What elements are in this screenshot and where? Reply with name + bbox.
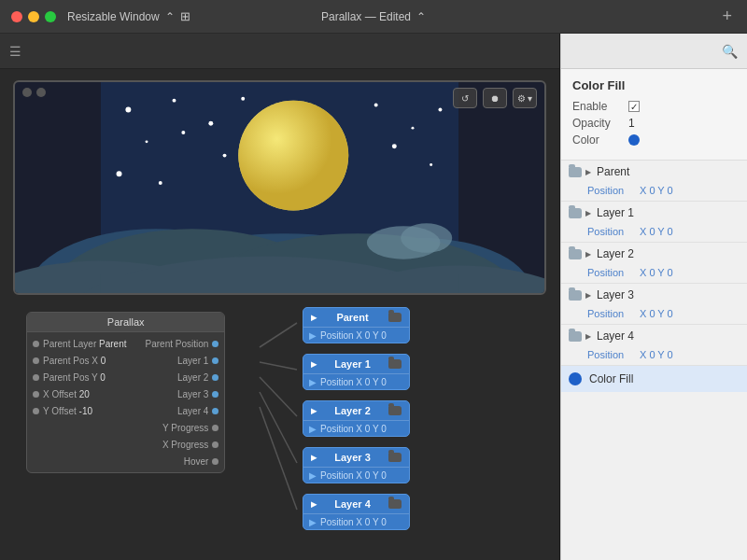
close-button[interactable] bbox=[11, 11, 22, 22]
window-title: Resizable Window bbox=[67, 10, 160, 23]
svg-rect-25 bbox=[101, 274, 458, 293]
layer4-node-triangle: ▶ bbox=[311, 500, 317, 509]
layer4-folder-icon bbox=[388, 499, 402, 509]
inspector-opacity-value: 1 bbox=[628, 117, 635, 130]
layer4-position-label: Position bbox=[587, 349, 636, 360]
output-hover: Hover bbox=[184, 454, 219, 469]
layer3-node-title: ▶ Layer 3 bbox=[303, 448, 409, 468]
settings-button[interactable]: ⚙ ▾ bbox=[513, 88, 537, 108]
record-button[interactable]: ⏺ bbox=[483, 88, 507, 108]
enable-checkbox[interactable]: ✓ bbox=[628, 101, 640, 112]
patch-inputs: Parent Layer Parent Parent Pos X 0 Paren… bbox=[33, 336, 127, 469]
layer2-position-value: X 0 Y 0 bbox=[640, 267, 673, 278]
layer4-position-value: X 0 Y 0 bbox=[640, 349, 673, 360]
layer4-folder-icon-list bbox=[569, 331, 582, 342]
parallax-patch-node[interactable]: Parallax Parent Layer Parent Parent Pos … bbox=[26, 312, 225, 473]
port-dot-out bbox=[212, 441, 218, 448]
input-x-offset: X Offset 20 bbox=[33, 386, 127, 401]
output-layer2: Layer 2 bbox=[177, 370, 218, 385]
inspector-opacity-label: Opacity bbox=[572, 117, 628, 130]
parent-blue-node[interactable]: ▶ Parent ▶ Position X 0 Y 0 bbox=[303, 307, 410, 343]
layer2-position-label: Position bbox=[587, 267, 636, 278]
layer4-node-label: Layer 4 bbox=[334, 498, 371, 510]
add-tab-button[interactable]: + bbox=[718, 7, 736, 26]
layer-header-layer2: ▶ Layer 2 bbox=[561, 243, 747, 265]
layer1-blue-node[interactable]: ▶ Layer 1 ▶ Position X 0 Y 0 bbox=[303, 354, 410, 390]
output-layer1: Layer 1 bbox=[177, 353, 218, 368]
maximize-button[interactable] bbox=[45, 11, 56, 22]
layer1-node-title: ▶ Layer 1 bbox=[303, 355, 409, 374]
layer3-position-value: X 0 Y 0 bbox=[640, 308, 673, 319]
parent-position-dot: ▶ bbox=[309, 330, 317, 341]
right-toolbar: 🔍 bbox=[561, 34, 747, 69]
layer2-folder-icon bbox=[388, 406, 402, 415]
layer-item-layer3[interactable]: ▶ Layer 3 Position X 0 Y 0 bbox=[561, 284, 747, 325]
window-title-group: Resizable Window ⌃ ⊞ bbox=[67, 9, 190, 23]
layer4-name: Layer 4 bbox=[597, 329, 740, 343]
layer3-folder-icon bbox=[388, 453, 402, 462]
inspector-title: Color Fill bbox=[572, 78, 736, 92]
layer4-position-dot: ▶ bbox=[309, 517, 317, 527]
input-parent-layer: Parent Layer Parent bbox=[33, 336, 127, 351]
parent-node-title: ▶ Parent bbox=[303, 308, 409, 328]
titlebar: Resizable Window ⌃ ⊞ Parallax — Edited ⌃… bbox=[0, 0, 747, 34]
color-fill-item[interactable]: Color Fill bbox=[561, 366, 747, 392]
layout-icon: ⊞ bbox=[180, 9, 190, 23]
layer2-blue-node[interactable]: ▶ Layer 2 ▶ Position X 0 Y 0 bbox=[303, 400, 410, 437]
layer-item-layer2[interactable]: ▶ Layer 2 Position X 0 Y 0 bbox=[561, 243, 747, 284]
port-dot-out bbox=[212, 391, 218, 398]
port-dot bbox=[33, 391, 39, 398]
layer-item-parent[interactable]: ▶ Parent Position X 0 Y 0 bbox=[561, 161, 747, 202]
left-panel: ☰ ↺ ⏺ ⚙ ▾ bbox=[0, 34, 560, 560]
svg-point-13 bbox=[412, 127, 415, 130]
port-dot-out bbox=[212, 357, 218, 364]
canvas-traffic-lights bbox=[22, 88, 46, 97]
color-fill-dot bbox=[569, 372, 582, 385]
inspector-color-swatch[interactable] bbox=[628, 134, 640, 146]
parent-layer-name: Parent bbox=[597, 165, 740, 178]
layer1-position-dot: ▶ bbox=[309, 377, 317, 387]
tab-title: Parallax — Edited ⌃ bbox=[321, 10, 426, 23]
layer3-blue-node[interactable]: ▶ Layer 3 ▶ Position X 0 Y 0 bbox=[303, 447, 410, 483]
port-dot-out bbox=[212, 408, 218, 414]
parent-folder-icon bbox=[388, 313, 402, 322]
layer4-triangle: ▶ bbox=[585, 332, 591, 341]
layer-header-parent: ▶ Parent bbox=[561, 161, 747, 183]
layer4-blue-node[interactable]: ▶ Layer 4 ▶ Position X 0 Y 0 bbox=[303, 494, 410, 530]
search-button[interactable]: 🔍 bbox=[722, 44, 738, 59]
inspector-enable-row: Enable ✓ bbox=[572, 100, 736, 113]
port-dot bbox=[33, 341, 39, 347]
svg-point-4 bbox=[173, 99, 176, 103]
output-parent-position: Parent Position bbox=[146, 336, 219, 351]
layer3-triangle: ▶ bbox=[585, 291, 591, 300]
layer2-name: Layer 2 bbox=[597, 247, 740, 260]
parent-node-label: Parent bbox=[336, 312, 368, 323]
refresh-button[interactable]: ↺ bbox=[453, 88, 477, 108]
layer3-name: Layer 3 bbox=[597, 288, 740, 301]
night-scene bbox=[15, 82, 544, 293]
output-layer3: Layer 3 bbox=[177, 386, 218, 401]
layer2-position-port: ▶ Position X 0 Y 0 bbox=[303, 421, 409, 436]
layer1-position-port: ▶ Position X 0 Y 0 bbox=[303, 374, 409, 389]
layer2-position-dot: ▶ bbox=[309, 424, 317, 434]
layer-item-layer4[interactable]: ▶ Layer 4 Position X 0 Y 0 bbox=[561, 325, 747, 366]
canvas-controls: ↺ ⏺ ⚙ ▾ bbox=[453, 88, 537, 108]
layer2-position: Position X 0 Y 0 bbox=[561, 265, 747, 283]
parent-position-label: Position bbox=[587, 185, 636, 196]
layer1-node-triangle: ▶ bbox=[311, 360, 317, 369]
svg-point-15 bbox=[392, 144, 397, 148]
layer1-position-label: Position bbox=[587, 226, 636, 237]
canvas-dot-2 bbox=[36, 88, 46, 97]
main-layout: ☰ ↺ ⏺ ⚙ ▾ bbox=[0, 34, 747, 560]
layer-item-layer1[interactable]: ▶ Layer 1 Position X 0 Y 0 bbox=[561, 202, 747, 243]
svg-line-28 bbox=[260, 323, 297, 347]
minimize-button[interactable] bbox=[28, 11, 39, 22]
parent-layer-folder-icon bbox=[569, 167, 582, 177]
input-parent-pos-y: Parent Pos Y 0 bbox=[33, 370, 127, 385]
menu-icon[interactable]: ☰ bbox=[9, 44, 21, 59]
layer-list: ▶ Parent Position X 0 Y 0 ▶ Layer 1 Posi… bbox=[561, 161, 747, 560]
layer-header-layer1: ▶ Layer 1 bbox=[561, 202, 747, 224]
layer2-folder-icon-list bbox=[569, 249, 582, 259]
canvas-dot-1 bbox=[22, 88, 32, 97]
svg-point-14 bbox=[438, 108, 442, 112]
